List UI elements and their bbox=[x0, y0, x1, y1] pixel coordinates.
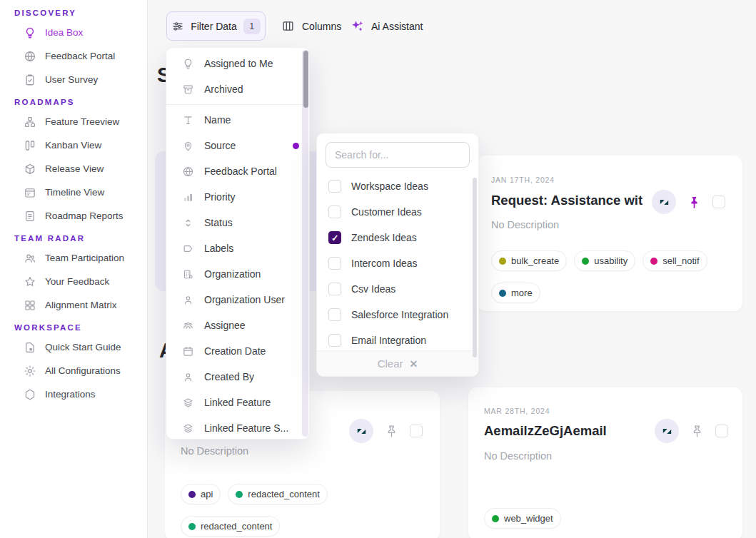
bulb-icon bbox=[24, 26, 36, 39]
option-zendesk-ideas[interactable]: Zendesk Ideas bbox=[317, 225, 478, 250]
partial-heading-top: S bbox=[157, 63, 166, 87]
tag-color-dot bbox=[188, 491, 196, 498]
kanban-icon bbox=[24, 139, 36, 152]
people-icon bbox=[24, 252, 36, 265]
card-description: No Description bbox=[181, 445, 248, 457]
clipboard-icon bbox=[24, 73, 36, 86]
menu-item-assignee[interactable]: Assignee bbox=[166, 313, 309, 338]
dropdown-scrollbar-thumb[interactable] bbox=[303, 51, 308, 108]
ai-assistant-button[interactable]: Ai Assistant bbox=[349, 11, 423, 41]
filter-data-button[interactable]: Filter Data 1 bbox=[166, 11, 266, 41]
calendar-icon bbox=[182, 345, 194, 357]
menu-item-labels[interactable]: Labels bbox=[166, 235, 309, 261]
tag-pill[interactable]: redacted_content bbox=[181, 516, 280, 537]
tree-icon bbox=[24, 116, 36, 128]
filter-count-badge: 1 bbox=[243, 19, 261, 34]
option-salesforce-integration[interactable]: Salesforce Integration bbox=[317, 302, 478, 328]
checkbox-checked[interactable] bbox=[328, 231, 341, 244]
tag-pill[interactable]: more bbox=[491, 283, 540, 303]
tag-pill[interactable]: redacted_content bbox=[228, 484, 327, 504]
sidebar-item-idea-box[interactable]: Idea Box bbox=[0, 21, 147, 44]
card-date: MAR 28TH, 2024 bbox=[484, 407, 550, 415]
sidebar-item-your-feedback[interactable]: Your Feedback bbox=[0, 270, 147, 293]
sidebar-item-roadmap-reports[interactable]: Roadmap Reports bbox=[0, 204, 147, 228]
submenu-search-box[interactable] bbox=[326, 142, 470, 168]
menu-item-archived[interactable]: Archived bbox=[166, 76, 309, 102]
user-icon bbox=[182, 294, 194, 306]
sidebar-item-team-participation[interactable]: Team Participation bbox=[0, 246, 147, 270]
idea-card[interactable]: MAR 28TH, 2024 AemailzZeGjAemail No Desc… bbox=[468, 387, 742, 538]
filter-data-label: Filter Data bbox=[191, 21, 237, 32]
sidebar-item-quick-start-guide[interactable]: Quick Start Guide bbox=[0, 335, 147, 359]
option-customer-ideas[interactable]: Customer Ideas bbox=[317, 199, 478, 225]
tag-pill[interactable]: sell_notif bbox=[642, 250, 707, 271]
submenu-scrollbar-thumb[interactable] bbox=[473, 178, 477, 357]
tag-pill[interactable]: web_widget bbox=[484, 508, 561, 529]
menu-item-feedback-portal[interactable]: Feedback Portal bbox=[166, 158, 309, 184]
zendesk-source-icon bbox=[652, 190, 676, 214]
checkbox-unchecked[interactable] bbox=[328, 308, 341, 321]
sidebar-item-all-configurations[interactable]: All Configurations bbox=[0, 359, 147, 382]
menu-item-linked-feature[interactable]: Linked Feature bbox=[166, 390, 309, 415]
search-input[interactable] bbox=[335, 149, 460, 161]
dropdown-scrollbar-track[interactable] bbox=[302, 50, 308, 437]
pin-icon-pinned[interactable] bbox=[687, 195, 702, 210]
checkbox-unchecked[interactable] bbox=[328, 334, 341, 347]
menu-item-created-by[interactable]: Created By bbox=[166, 364, 309, 390]
idea-card[interactable]: JAN 17TH, 2024 Request: Assistance wit..… bbox=[477, 156, 742, 311]
idea-box-page: { "sidebar": { "sections": [ {"title": "… bbox=[0, 0, 756, 538]
tag-pill[interactable]: usability bbox=[574, 250, 635, 271]
sidebar-item-user-survey[interactable]: User Survey bbox=[0, 68, 147, 91]
menu-item-organization[interactable]: Organization bbox=[166, 261, 309, 287]
menu-item-linked-feature-status[interactable]: Linked Feature S... bbox=[166, 415, 309, 441]
pin-icon-unpinned[interactable] bbox=[384, 424, 399, 439]
tag-pill[interactable]: api bbox=[181, 484, 221, 504]
checkbox-unchecked[interactable] bbox=[328, 283, 341, 295]
sidebar-item-feedback-portal[interactable]: Feedback Portal bbox=[0, 44, 147, 68]
sidebar-item-integrations[interactable]: Integrations bbox=[0, 382, 147, 406]
checkbox-unchecked[interactable] bbox=[328, 205, 341, 218]
clear-filter-button[interactable]: Clear ✕ bbox=[317, 350, 478, 376]
sidebar-item-alignment-matrix[interactable]: Alignment Matrix bbox=[0, 293, 147, 317]
menu-item-status[interactable]: Status bbox=[166, 210, 309, 235]
tag-pill[interactable]: bulk_create bbox=[491, 250, 567, 271]
menu-item-organization-user[interactable]: Organization User bbox=[166, 287, 309, 313]
pin-icon-unpinned[interactable] bbox=[690, 424, 705, 439]
card-checkbox[interactable] bbox=[712, 196, 725, 208]
option-workspace-ideas[interactable]: Workspace Ideas bbox=[317, 173, 478, 199]
zendesk-source-icon bbox=[349, 419, 373, 443]
hexagon-icon bbox=[24, 388, 36, 401]
option-intercom-ideas[interactable]: Intercom Ideas bbox=[317, 250, 478, 276]
columns-button[interactable]: Columns bbox=[281, 11, 341, 41]
menu-divider bbox=[166, 104, 309, 105]
option-email-integration[interactable]: Email Integration bbox=[317, 328, 478, 353]
card-actions bbox=[655, 419, 728, 443]
card-checkbox[interactable] bbox=[410, 425, 423, 437]
sidebar-section-team-radar: TEAM RADAR Team Participation Your Feedb… bbox=[0, 230, 147, 317]
star-icon bbox=[24, 275, 36, 288]
bar-chart-icon bbox=[182, 191, 194, 203]
archive-icon bbox=[182, 83, 194, 96]
columns-label: Columns bbox=[302, 21, 341, 32]
sidebar-item-timeline-view[interactable]: Timeline View bbox=[0, 181, 147, 204]
map-pin-icon bbox=[182, 140, 194, 152]
cube-icon bbox=[24, 163, 36, 176]
menu-item-source[interactable]: Source bbox=[166, 133, 309, 158]
card-checkbox[interactable] bbox=[715, 425, 728, 437]
document-icon bbox=[24, 210, 36, 223]
sidebar-item-kanban-view[interactable]: Kanban View bbox=[0, 133, 147, 157]
checkbox-unchecked[interactable] bbox=[328, 180, 341, 193]
option-csv-ideas[interactable]: Csv Ideas bbox=[317, 276, 478, 302]
user-icon bbox=[182, 371, 194, 383]
menu-item-creation-date[interactable]: Creation Date bbox=[166, 338, 309, 364]
sidebar-item-feature-treeview[interactable]: Feature Treeview bbox=[0, 110, 147, 133]
globe-icon bbox=[24, 50, 36, 63]
sliders-icon bbox=[171, 20, 184, 33]
checkbox-unchecked[interactable] bbox=[328, 257, 341, 270]
sidebar-item-release-view[interactable]: Release View bbox=[0, 157, 147, 181]
menu-item-assigned-to-me[interactable]: Assigned to Me bbox=[166, 51, 309, 76]
globe-icon bbox=[182, 166, 194, 178]
menu-item-priority[interactable]: Priority bbox=[166, 184, 309, 210]
tag-color-dot bbox=[492, 515, 499, 522]
menu-item-name[interactable]: Name bbox=[166, 107, 309, 133]
